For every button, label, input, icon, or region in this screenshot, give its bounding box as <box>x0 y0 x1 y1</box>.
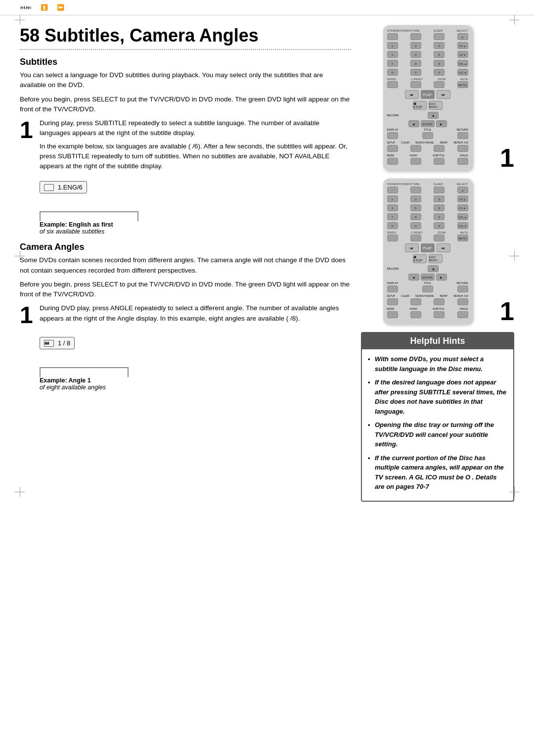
step1-badge-right: 1 <box>500 145 514 171</box>
display-bracket <box>40 211 138 221</box>
page-title: 58 Subtitles, Camera Angles <box>20 25 351 46</box>
camera-step1: 1 During DVD play, press ANGLE repeatedl… <box>20 303 351 327</box>
nav-icon-3: ⏩ <box>57 4 64 11</box>
caption-normal: of six available subtitles <box>40 228 104 235</box>
crosshair-top-left <box>15 15 25 25</box>
record-row: RECORD ▲ <box>387 112 468 119</box>
subtitles-intro: You can select a language for DVD subtit… <box>20 70 351 91</box>
crosshair-bottom-right <box>509 487 519 497</box>
mode-labels: MODEAUDIOSUBTITLEANGLE <box>387 154 468 157</box>
subtitle-caption: Example: English as first of six availab… <box>40 221 351 235</box>
remote-speed-row: MUTE <box>387 81 468 88</box>
left-column: 58 Subtitles, Camera Angles Subtitles Yo… <box>20 25 351 502</box>
right-column: STANDBY/ON/PICTURE SLEEP SELECT ▲ 1 2 <box>361 25 514 502</box>
camera-step1-text: During DVD play, press ANGLE repeatedly … <box>40 303 351 324</box>
display-text: 1.ENG/6 <box>58 184 83 191</box>
angle-bracket <box>40 367 129 377</box>
main-content: 58 Subtitles, Camera Angles Subtitles Yo… <box>0 15 534 512</box>
helpful-hints-heading: Helpful Hints <box>362 333 513 349</box>
crosshair-bottom-left <box>15 487 25 497</box>
camera-step1-number: 1 <box>20 303 35 327</box>
remote-labels-row: SPEEDC.RESETZOOMMUTE <box>387 78 468 81</box>
step1-number: 1 <box>20 118 35 171</box>
remote-stop-section: ⏹ STOP DISC MENU <box>387 101 468 110</box>
remote-row-1: ▲ <box>387 33 468 40</box>
angle-display-text: 1 / 8 <box>58 339 70 347</box>
angle-caption-bold: Example: Angle 1 <box>40 377 91 384</box>
hint-4: If the current portion of the Disc has m… <box>368 453 507 492</box>
nav-icon-1: ⏮⏭ <box>20 4 32 11</box>
camera-intro: Some DVDs contain scenes recorded from d… <box>20 255 351 276</box>
angle-caption: Example: Angle 1 of eight available angl… <box>40 377 351 391</box>
crosshair-mid-left <box>15 251 25 261</box>
subtitles-before-begin: Before you begin, press SELECT to put th… <box>20 94 351 115</box>
nav-cross: ◀ ENTER ▶ <box>387 120 468 127</box>
step1-content: During play, press SUBTITLE repeatedly t… <box>40 118 351 171</box>
camera-heading: Camera Angles <box>20 242 351 252</box>
caption-bold: Example: English as first <box>40 221 113 228</box>
helpful-hints-body: With some DVDs, you must select a subtit… <box>362 349 513 501</box>
angle-caption-normal: of eight available angles <box>40 384 106 391</box>
hint-2: If the desired language does not appear … <box>368 378 507 416</box>
remote-top: STANDBY/ON/PICTURE SLEEP SELECT ▲ 1 2 <box>383 25 472 171</box>
display-row <box>387 132 468 139</box>
hint-3: Opening the disc tray or turning off the… <box>368 420 507 449</box>
remote2-wrapper: STANDBY/ON/PICTURE SLEEP SELECT ▲ 1 2 3 <box>361 179 514 324</box>
camera-before-begin: Before you begin, press SELECT to put th… <box>20 280 351 300</box>
nav-icon-2: ⏫ <box>41 4 48 11</box>
step1-badge-right-2: 1 <box>500 298 514 324</box>
remote-row-5: II 0 0 VOL.▼ <box>387 69 468 76</box>
remote-play-section: ⏮ PLAY ⏭ <box>387 90 468 99</box>
angle-display-icon: 📷 <box>44 340 54 347</box>
remote-row-3: 4 5 6 CH.▼ <box>387 51 468 58</box>
remote1-wrapper: STANDBY/ON/PICTURE SLEEP SELECT ▲ 1 2 <box>361 25 514 171</box>
hint-1: With some DVDs, you must select a subtit… <box>368 354 507 374</box>
header-nav: ⏮⏭ ⏫ ⏩ <box>0 0 534 15</box>
remote-top-labels: STANDBY/ON/PICTURE SLEEP SELECT <box>387 29 468 32</box>
helpful-hints-box: Helpful Hints With some DVDs, you must s… <box>361 332 514 502</box>
title-divider <box>20 49 351 50</box>
remote-bottom: STANDBY/ON/PICTURE SLEEP SELECT ▲ 1 2 3 <box>383 179 472 324</box>
subtitle-display: 1.ENG/6 <box>40 181 87 193</box>
nav-labels: DISPLAYTITLERETURN <box>387 128 468 131</box>
camera-step1-content: During DVD play, press ANGLE repeatedly … <box>40 303 351 327</box>
remote-row-4: 7 8 9 VOL.▲ <box>387 60 468 67</box>
angle-display: 📷 1 / 8 <box>40 337 75 349</box>
setup-labels: SETUPCLEARSEARCH MODEREPATREPEAT A-B <box>387 141 468 144</box>
subtitles-heading: Subtitles <box>20 57 351 67</box>
crosshair-top-right <box>509 15 519 25</box>
display-icon <box>44 184 54 191</box>
mode-row <box>387 158 468 165</box>
subtitles-step1: 1 During play, press SUBTITLE repeatedly… <box>20 118 351 171</box>
setup-row <box>387 145 468 152</box>
remote-row-2: 1 2 3 CH.▲ <box>387 42 468 49</box>
